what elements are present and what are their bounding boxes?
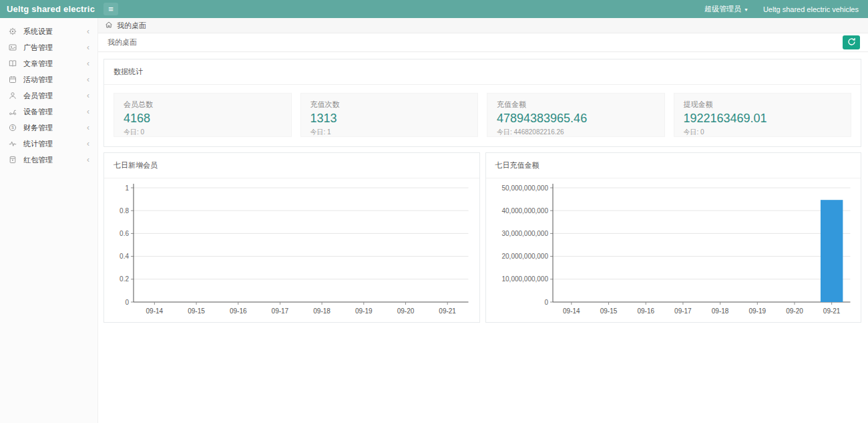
user-role-dropdown[interactable]: 超级管理员 ▼ (704, 4, 748, 14)
svg-text:09-14: 09-14 (146, 307, 164, 315)
charts-row: 七日新增会员 00.20.40.60.8109-1409-1509-1609-1… (103, 152, 861, 323)
card-label: 提现金额 (684, 100, 842, 110)
sidebar-item-system-settings[interactable]: 系统设置 ‹ (0, 23, 97, 39)
book-icon (8, 59, 17, 67)
hamburger-icon: ≡ (108, 4, 114, 14)
chevron-left-icon: ‹ (87, 156, 89, 164)
card-withdraw-amount: 提现金额 1922163469.01 今日: 0 (674, 93, 852, 137)
sidebar-item-member-management[interactable]: 会员管理 ‹ (0, 88, 97, 104)
svg-text:$: $ (11, 125, 14, 130)
sidebar: 系统设置 ‹ 广告管理 ‹ 文章管理 ‹ 活动管理 ‹ (0, 18, 98, 423)
sidebar-item-label: 设备管理 (23, 107, 87, 117)
card-recharge-count: 充值次数 1313 今日: 1 (300, 93, 479, 137)
sidebar-item-label: 文章管理 (23, 59, 87, 69)
card-recharge-amount: 充值金额 47894383965.46 今日: 44682082216.26 (487, 93, 665, 137)
svg-text:30,000,000,000: 30,000,000,000 (501, 230, 548, 237)
sidebar-item-label: 会员管理 (23, 91, 87, 101)
chevron-left-icon: ‹ (87, 59, 89, 67)
new-members-chart-panel: 七日新增会员 00.20.40.60.8109-1409-1509-1609-1… (103, 152, 480, 323)
sidebar-item-label: 财务管理 (23, 123, 87, 133)
app-header: Ueltg shared electric ≡ 超级管理员 ▼ Ueltg sh… (0, 0, 868, 18)
refresh-button[interactable] (843, 35, 860, 49)
svg-text:09-19: 09-19 (355, 307, 373, 315)
app-logo[interactable]: Ueltg shared electric (0, 4, 98, 14)
device-icon (8, 108, 17, 116)
chevron-left-icon: ‹ (87, 124, 89, 132)
card-value: 1922163469.01 (684, 112, 842, 126)
svg-text:09-14: 09-14 (563, 307, 580, 315)
card-label: 充值金额 (497, 100, 655, 110)
sidebar-item-article-management[interactable]: 文章管理 ‹ (0, 55, 97, 72)
stats-panel-title: 数据统计 (104, 59, 861, 85)
calendar-icon (8, 76, 17, 84)
breadcrumb: 我的桌面 (98, 18, 868, 33)
svg-text:09-20: 09-20 (397, 307, 415, 315)
content-area: 数据统计 会员总数 4168 今日: 0 充值次数 1313 今日: 1 充值金… (98, 52, 868, 423)
chevron-left-icon: ‹ (87, 76, 89, 84)
sidebar-item-ad-management[interactable]: 广告管理 ‹ (0, 39, 97, 55)
svg-text:0.8: 0.8 (120, 207, 129, 215)
tab-bar: 我的桌面 (98, 33, 868, 52)
card-value: 47894383965.46 (497, 112, 655, 126)
recharge-amount-chart: 010,000,000,00020,000,000,00030,000,000,… (486, 178, 861, 322)
svg-text:09-17: 09-17 (674, 307, 692, 315)
card-value: 1313 (310, 112, 469, 126)
stats-panel: 数据统计 会员总数 4168 今日: 0 充值次数 1313 今日: 1 充值金… (103, 59, 861, 147)
finance-icon: $ (8, 124, 17, 132)
card-value: 4168 (124, 112, 282, 126)
sidebar-item-label: 统计管理 (23, 139, 87, 149)
card-today: 今日: 1 (310, 128, 469, 137)
svg-text:09-18: 09-18 (313, 307, 331, 315)
svg-text:09-15: 09-15 (188, 307, 205, 315)
card-today: 今日: 0 (124, 128, 282, 137)
svg-text:20,000,000,000: 20,000,000,000 (501, 253, 548, 260)
sidebar-item-label: 系统设置 (23, 27, 87, 37)
card-today: 今日: 0 (684, 128, 842, 137)
svg-text:40,000,000,000: 40,000,000,000 (501, 207, 548, 215)
new-members-chart: 00.20.40.60.8109-1409-1509-1609-1709-180… (104, 178, 479, 322)
home-icon (105, 21, 113, 30)
card-total-members: 会员总数 4168 今日: 0 (114, 93, 292, 137)
site-link[interactable]: Ueltg shared electric vehicles (763, 5, 859, 13)
svg-text:09-18: 09-18 (711, 307, 728, 315)
svg-text:0.4: 0.4 (120, 253, 129, 260)
chart-title: 七日新增会员 (104, 153, 479, 178)
main-area: 我的桌面 我的桌面 数据统计 会员总数 4168 今日: 0 (98, 18, 868, 423)
svg-text:0.2: 0.2 (120, 275, 129, 283)
card-label: 会员总数 (124, 100, 282, 110)
sidebar-item-device-management[interactable]: 设备管理 ‹ (0, 104, 97, 120)
sidebar-item-red-packet-management[interactable]: 红包管理 ‹ (0, 152, 97, 168)
breadcrumb-label: 我的桌面 (117, 21, 146, 31)
gear-icon (8, 27, 17, 35)
sidebar-item-label: 活动管理 (23, 75, 87, 85)
svg-text:09-19: 09-19 (748, 307, 766, 315)
user-icon (8, 92, 17, 100)
chevron-left-icon: ‹ (87, 43, 89, 51)
recharge-amount-chart-panel: 七日充值金额 010,000,000,00020,000,000,00030,0… (485, 152, 862, 323)
sidebar-item-statistics-management[interactable]: 统计管理 ‹ (0, 136, 97, 152)
chevron-left-icon: ‹ (87, 27, 89, 35)
svg-text:10,000,000,000: 10,000,000,000 (501, 275, 548, 283)
refresh-icon (847, 37, 856, 48)
stat-cards-row: 会员总数 4168 今日: 0 充值次数 1313 今日: 1 充值金额 478… (104, 85, 861, 146)
chevron-left-icon: ‹ (87, 140, 89, 148)
chart-title: 七日充值金额 (486, 153, 861, 178)
svg-text:1: 1 (125, 184, 129, 192)
sidebar-item-finance-management[interactable]: $ 财务管理 ‹ (0, 120, 97, 136)
red-packet-icon (8, 156, 17, 164)
svg-text:09-21: 09-21 (439, 307, 456, 315)
hamburger-menu-button[interactable]: ≡ (103, 3, 118, 15)
sidebar-item-activity-management[interactable]: 活动管理 ‹ (0, 72, 97, 88)
image-icon (8, 43, 17, 51)
svg-text:09-17: 09-17 (272, 307, 289, 315)
stats-icon (8, 140, 17, 148)
tab-my-desktop[interactable]: 我的桌面 (98, 37, 146, 47)
user-role-label: 超级管理员 (704, 4, 741, 14)
sidebar-item-label: 广告管理 (23, 43, 87, 53)
chevron-left-icon: ‹ (87, 108, 89, 116)
card-today: 今日: 44682082216.26 (497, 128, 655, 137)
svg-text:50,000,000,000: 50,000,000,000 (501, 184, 548, 192)
svg-text:0: 0 (125, 299, 129, 306)
sidebar-item-label: 红包管理 (23, 155, 87, 165)
svg-text:09-20: 09-20 (786, 307, 803, 315)
